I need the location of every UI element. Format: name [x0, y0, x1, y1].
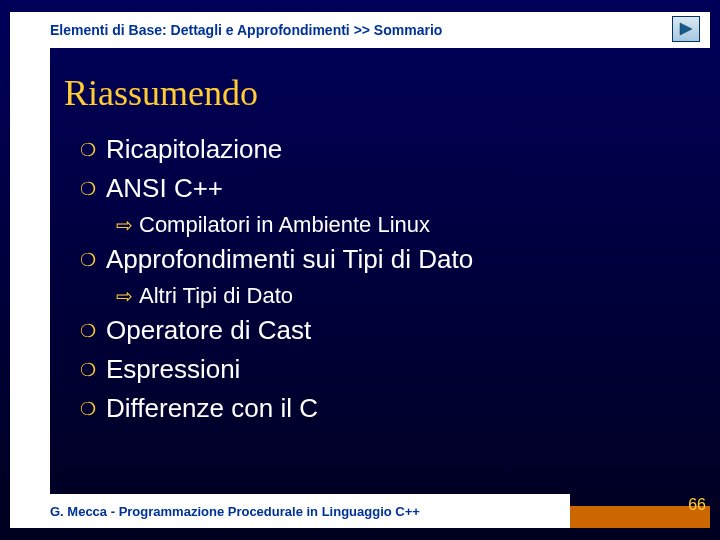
bullet-text: Approfondimenti sui Tipi di Dato: [106, 242, 473, 276]
circle-bullet-icon: ❍: [80, 353, 96, 387]
bullet-level2: ⇨ Altri Tipi di Dato: [116, 281, 680, 311]
bullet-text: Espressioni: [106, 352, 240, 386]
footer-white-bar: G. Mecca - Programmazione Procedurale in…: [10, 494, 570, 528]
bullet-text: Differenze con il C: [106, 391, 318, 425]
bullet-level1: ❍ Differenze con il C: [80, 391, 680, 428]
header-inner: Elementi di Base: Dettagli e Approfondim…: [50, 22, 710, 38]
bullet-text: Altri Tipi di Dato: [139, 281, 293, 311]
bullet-level2: ⇨ Compilatori in Ambiente Linux: [116, 210, 680, 240]
bullet-level1: ❍ ANSI C++: [80, 171, 680, 208]
arrow-bullet-icon: ⇨: [116, 281, 133, 311]
header-bar: Elementi di Base: Dettagli e Approfondim…: [10, 12, 710, 48]
bullet-text: Ricapitolazione: [106, 132, 282, 166]
page-number: 66: [688, 496, 706, 514]
bullet-level1: ❍ Ricapitolazione: [80, 132, 680, 169]
slide: Elementi di Base: Dettagli e Approfondim…: [0, 0, 720, 540]
bullet-level1: ❍ Approfondimenti sui Tipi di Dato: [80, 242, 680, 279]
footer-text: G. Mecca - Programmazione Procedurale in…: [50, 504, 420, 519]
circle-bullet-icon: ❍: [80, 314, 96, 348]
circle-bullet-icon: ❍: [80, 392, 96, 426]
slide-content: ❍ Ricapitolazione ❍ ANSI C++ ⇨ Compilato…: [80, 132, 680, 430]
bullet-text: ANSI C++: [106, 171, 223, 205]
circle-bullet-icon: ❍: [80, 172, 96, 206]
bullet-text: Compilatori in Ambiente Linux: [139, 210, 430, 240]
breadcrumb: Elementi di Base: Dettagli e Approfondim…: [50, 22, 442, 38]
footer-bar: G. Mecca - Programmazione Procedurale in…: [10, 494, 710, 528]
circle-bullet-icon: ❍: [80, 243, 96, 277]
svg-marker-0: [680, 23, 692, 35]
bullet-level1: ❍ Operatore di Cast: [80, 313, 680, 350]
bullet-text: Operatore di Cast: [106, 313, 311, 347]
bullet-level1: ❍ Espressioni: [80, 352, 680, 389]
play-icon: [678, 22, 694, 36]
arrow-bullet-icon: ⇨: [116, 210, 133, 240]
slide-title: Riassumendo: [64, 72, 258, 114]
left-margin-strip: [10, 12, 50, 528]
next-slide-button[interactable]: [672, 16, 700, 42]
circle-bullet-icon: ❍: [80, 133, 96, 167]
